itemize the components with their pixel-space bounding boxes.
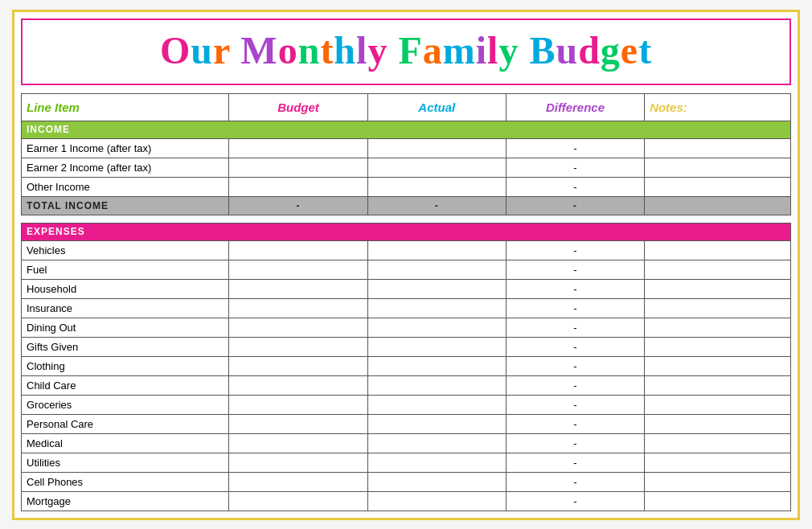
income-row-3-label: Other Income [22, 177, 229, 196]
expense-actual-medical[interactable] [367, 433, 506, 453]
income-label: INCOME [22, 121, 791, 138]
expense-budget-medical[interactable] [229, 433, 367, 453]
expense-actual-personalcare[interactable] [367, 414, 506, 433]
expense-actual-fuel[interactable] [367, 260, 506, 279]
expense-row-groceries: Groceries - [22, 395, 791, 414]
expense-label-gifts: Gifts Given [22, 337, 229, 356]
expense-row-childcare: Child Care - [22, 375, 791, 395]
expense-notes-groceries[interactable] [645, 395, 791, 414]
expense-notes-dining[interactable] [645, 318, 791, 337]
expense-notes-gifts[interactable] [645, 337, 791, 356]
expense-actual-groceries[interactable] [367, 395, 506, 414]
expense-budget-gifts[interactable] [229, 337, 367, 356]
expense-row-medical: Medical - [22, 433, 791, 453]
expense-label-utilities: Utilities [22, 453, 229, 472]
income-row-2-actual[interactable] [367, 158, 506, 177]
expense-row-insurance: Insurance - [22, 298, 791, 318]
title-char: O [160, 29, 191, 72]
header-actual: Actual [367, 93, 506, 121]
expense-notes-fuel[interactable] [645, 260, 791, 279]
expense-budget-vehicles[interactable] [229, 240, 367, 260]
expense-label-childcare: Child Care [22, 375, 229, 395]
expense-notes-cellphones[interactable] [645, 472, 791, 491]
expense-budget-dining[interactable] [229, 318, 367, 337]
expense-notes-insurance[interactable] [645, 298, 791, 318]
expense-actual-vehicles[interactable] [367, 240, 506, 260]
expense-diff-household: - [506, 279, 644, 298]
title-char: h [334, 29, 356, 72]
expense-actual-clothing[interactable] [367, 356, 506, 375]
total-income-diff: - [506, 196, 644, 215]
budget-table: Line Item Budget Actual Difference Notes… [21, 93, 791, 511]
expense-budget-childcare[interactable] [229, 375, 367, 395]
title-char: B [529, 29, 556, 72]
expense-budget-clothing[interactable] [229, 356, 367, 375]
income-section-header: INCOME [22, 121, 791, 138]
income-row-2-notes[interactable] [645, 158, 791, 177]
title-char: t [320, 29, 334, 72]
expense-diff-vehicles: - [506, 240, 644, 260]
expense-row-cellphones: Cell Phones - [22, 472, 791, 491]
expense-actual-mortgage[interactable] [367, 491, 506, 511]
title-char: y [498, 29, 519, 72]
income-row-2-budget[interactable] [229, 158, 367, 177]
income-row-3-budget[interactable] [229, 177, 367, 196]
expense-budget-utilities[interactable] [229, 453, 367, 472]
expense-row-utilities: Utilities - [22, 453, 791, 472]
expense-budget-household[interactable] [229, 279, 367, 298]
expense-diff-utilities: - [506, 453, 644, 472]
title-char: u [191, 29, 213, 72]
income-row-3: Other Income - [22, 177, 791, 196]
expense-actual-household[interactable] [367, 279, 506, 298]
income-row-3-actual[interactable] [367, 177, 506, 196]
title-char: t [638, 29, 652, 72]
expense-notes-vehicles[interactable] [645, 240, 791, 260]
expense-label-medical: Medical [22, 433, 229, 453]
expense-row-household: Household - [22, 279, 791, 298]
expense-actual-cellphones[interactable] [367, 472, 506, 491]
title-char: d [578, 29, 601, 72]
income-row-3-notes[interactable] [645, 177, 791, 196]
income-row-1-notes[interactable] [645, 138, 791, 158]
expense-label-fuel: Fuel [22, 260, 229, 279]
expense-notes-medical[interactable] [645, 433, 791, 453]
expense-budget-insurance[interactable] [229, 298, 367, 318]
expense-actual-childcare[interactable] [367, 375, 506, 395]
total-income-row: TOTAL INCOME - - - [22, 196, 791, 215]
income-row-1-label: Earner 1 Income (after tax) [22, 138, 229, 158]
expense-row-fuel: Fuel - [22, 260, 791, 279]
expense-notes-household[interactable] [645, 279, 791, 298]
expense-actual-insurance[interactable] [367, 298, 506, 318]
expense-budget-cellphones[interactable] [229, 472, 367, 491]
expense-notes-personalcare[interactable] [645, 414, 791, 433]
expense-diff-dining: - [506, 318, 644, 337]
title-char: y [367, 29, 388, 72]
income-row-1-budget[interactable] [229, 138, 367, 158]
expense-label-vehicles: Vehicles [22, 240, 229, 260]
expense-actual-utilities[interactable] [367, 453, 506, 472]
expense-notes-mortgage[interactable] [645, 491, 791, 511]
expense-budget-groceries[interactable] [229, 395, 367, 414]
expense-diff-childcare: - [506, 375, 644, 395]
expense-budget-mortgage[interactable] [229, 491, 367, 511]
expense-actual-gifts[interactable] [367, 337, 506, 356]
expense-notes-childcare[interactable] [645, 375, 791, 395]
expense-actual-dining[interactable] [367, 318, 506, 337]
expense-row-vehicles: Vehicles - [22, 240, 791, 260]
expenses-section-header: EXPENSES [22, 223, 791, 240]
title-char: l [356, 29, 367, 72]
expense-diff-clothing: - [506, 356, 644, 375]
title-char: i [476, 29, 487, 72]
total-income-budget: - [229, 196, 367, 215]
expense-budget-fuel[interactable] [229, 260, 367, 279]
expense-notes-utilities[interactable] [645, 453, 791, 472]
expense-notes-clothing[interactable] [645, 356, 791, 375]
expense-label-household: Household [22, 279, 229, 298]
expense-diff-gifts: - [506, 337, 644, 356]
expense-budget-personalcare[interactable] [229, 414, 367, 433]
income-row-1-actual[interactable] [367, 138, 506, 158]
header-budget: Budget [229, 93, 367, 121]
expense-diff-groceries: - [506, 395, 644, 414]
expense-row-mortgage: Mortgage - [22, 491, 791, 511]
expenses-label: EXPENSES [22, 223, 791, 240]
